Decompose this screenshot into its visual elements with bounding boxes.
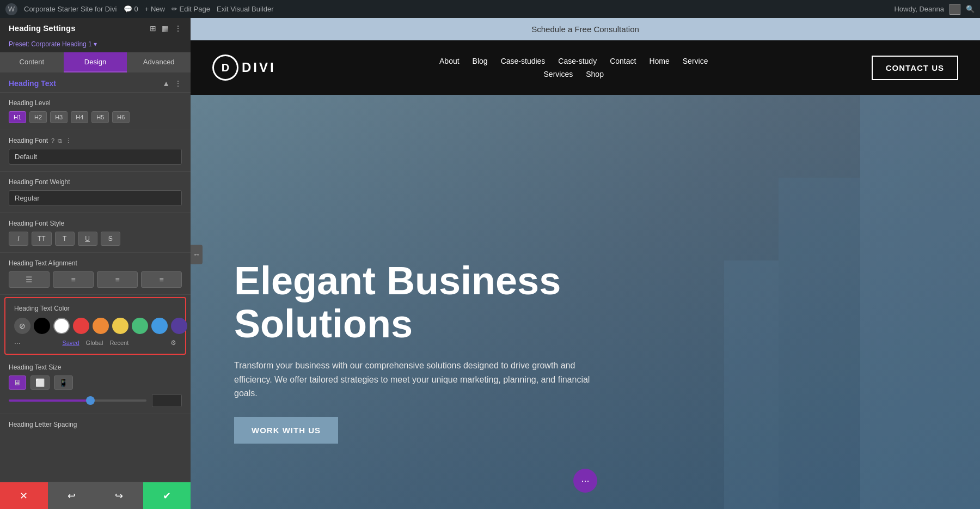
panel-toggle-handle[interactable]: ↔	[191, 245, 203, 264]
help-icon[interactable]: ?	[51, 137, 54, 144]
heading-level-h4[interactable]: H4	[71, 111, 88, 123]
color-tab-recent[interactable]: Recent	[107, 338, 131, 347]
section-header-icons: ▲ ⋮	[162, 79, 182, 88]
save-button[interactable]: ✔	[143, 482, 191, 509]
color-swatch-white[interactable]	[53, 318, 70, 334]
heading-font-weight-group: Heading Font Weight Regular	[0, 172, 191, 213]
capitalize-button[interactable]: T	[55, 232, 75, 246]
heading-font-style-label: Heading Font Style	[9, 220, 182, 227]
logo-text: DIVI	[242, 60, 276, 75]
heading-font-weight-select[interactable]: Regular	[9, 190, 182, 206]
tab-content[interactable]: Content	[0, 52, 64, 72]
eyedropper-tool[interactable]: ⊘	[14, 318, 30, 334]
heading-level-h2[interactable]: H2	[29, 111, 47, 123]
heading-level-h1[interactable]: H1	[9, 111, 26, 123]
nav-case-study[interactable]: Case-study	[558, 57, 597, 65]
underline-button[interactable]: U	[78, 232, 97, 246]
heading-font-style-group: Heading Font Style I TT T U S	[0, 213, 191, 253]
more-options-icon[interactable]: ⋮	[174, 24, 182, 33]
hero-title: Elegant Business Solutions	[234, 259, 871, 346]
color-swatch-black[interactable]	[34, 318, 50, 334]
align-left-button[interactable]: ☰	[9, 271, 50, 288]
heading-font-select[interactable]: Default	[9, 149, 182, 165]
color-tabs-row: ··· Saved Global Recent ⚙	[14, 338, 176, 347]
color-settings-icon[interactable]: ⚙	[170, 339, 176, 347]
redo-button[interactable]: ↪	[95, 482, 143, 509]
nav-blog[interactable]: Blog	[473, 57, 488, 65]
color-swatch-orange[interactable]	[93, 318, 109, 334]
expand-icon[interactable]: ⊞	[150, 24, 156, 33]
heading-letter-spacing-label: Heading Letter Spacing	[9, 421, 182, 428]
nav-shop[interactable]: Shop	[586, 70, 604, 78]
align-justify-button[interactable]: ≡	[141, 271, 182, 288]
desktop-icon[interactable]: 🖥	[9, 375, 26, 390]
collapse-icon[interactable]: ▲	[162, 79, 170, 88]
hero-subtitle: Transform your business with our compreh…	[234, 359, 615, 401]
mobile-icon[interactable]: 📱	[54, 375, 73, 390]
nav-case-studies[interactable]: Case-studies	[501, 57, 546, 65]
color-swatch-purple[interactable]	[171, 318, 187, 334]
size-slider[interactable]	[9, 399, 146, 402]
site-navigation: D DIVI About Blog Case-studies Case-stud…	[191, 40, 980, 95]
uppercase-button[interactable]: TT	[32, 232, 52, 246]
color-tab-saved[interactable]: Saved	[60, 338, 81, 347]
layout-icon[interactable]: ▦	[162, 24, 169, 33]
nav-services[interactable]: Services	[544, 70, 573, 78]
color-swatch-yellow[interactable]	[112, 318, 128, 334]
website-preview: Schedule a Free Consultation D DIVI Abou…	[191, 18, 980, 509]
more-colors-icon[interactable]: ···	[14, 338, 21, 347]
wordpress-icon[interactable]: W	[5, 3, 17, 15]
align-right-button[interactable]: ≡	[97, 271, 138, 288]
strikethrough-button[interactable]: S	[101, 232, 120, 246]
tab-design[interactable]: Design	[64, 52, 127, 72]
color-swatch-red[interactable]	[73, 318, 89, 334]
nav-contact[interactable]: Contact	[610, 57, 636, 65]
cancel-button[interactable]: ✕	[0, 482, 48, 509]
color-tab-global[interactable]: Global	[84, 338, 106, 347]
preset-selector[interactable]: Preset: Corporate Heading 1 ▾	[0, 38, 191, 52]
section-more-icon[interactable]: ⋮	[174, 79, 182, 88]
heading-level-label: Heading Level	[9, 99, 182, 107]
nav-service[interactable]: Service	[683, 57, 708, 65]
copy-icon[interactable]: ⧉	[58, 137, 62, 144]
nav-row-primary: About Blog Case-studies Case-study Conta…	[439, 57, 708, 65]
work-with-us-button[interactable]: WORK WITH US	[234, 417, 338, 444]
tablet-icon[interactable]: ⬜	[30, 375, 50, 390]
nav-about[interactable]: About	[439, 57, 460, 65]
heading-text-color-section: Heading Text Color ⊘ ··· Saved Global Re…	[4, 297, 186, 355]
heading-font-group: Heading Font ? ⧉ ⋮ Default	[0, 130, 191, 172]
tab-advanced[interactable]: Advanced	[127, 52, 191, 72]
italic-button[interactable]: I	[9, 232, 28, 246]
nav-row-secondary: Services Shop	[544, 70, 604, 78]
align-center-button[interactable]: ≡	[53, 271, 94, 288]
heading-text-color-label: Heading Text Color	[14, 305, 176, 312]
heading-alignment-label: Heading Text Alignment	[9, 259, 182, 267]
heading-level-h3[interactable]: H3	[50, 111, 68, 123]
size-input[interactable]: 72px	[152, 394, 182, 407]
heading-font-weight-label: Heading Font Weight	[9, 178, 182, 186]
hero-dots-button[interactable]: ···	[573, 469, 597, 493]
website-content: Schedule a Free Consultation D DIVI Abou…	[191, 18, 980, 509]
heading-alignment-group: Heading Text Alignment ☰ ≡ ≡ ≡	[0, 253, 191, 295]
color-swatch-green[interactable]	[132, 318, 148, 334]
contact-us-button[interactable]: CONTACT US	[872, 56, 958, 80]
comments-link[interactable]: 💬 0	[124, 5, 138, 13]
nav-home[interactable]: Home	[649, 57, 669, 65]
edit-page-button[interactable]: ✏ Edit Page	[171, 5, 210, 13]
panel-tabs: Content Design Advanced	[0, 52, 191, 72]
heading-level-h5[interactable]: H5	[91, 111, 109, 123]
font-more-icon[interactable]: ⋮	[65, 137, 71, 144]
panel-title: Heading Settings	[9, 23, 76, 33]
hero-content: Elegant Business Solutions Transform you…	[234, 259, 871, 444]
exit-visual-builder-button[interactable]: Exit Visual Builder	[217, 5, 274, 13]
admin-bar-right: Howdy, Deanna 🔍	[894, 4, 975, 15]
section-title: Heading Text	[9, 79, 56, 88]
nav-links: About Blog Case-studies Case-study Conta…	[439, 57, 708, 78]
new-button[interactable]: + New	[145, 5, 165, 13]
search-icon[interactable]: 🔍	[966, 5, 975, 13]
color-swatch-blue[interactable]	[151, 318, 168, 334]
avatar[interactable]	[950, 4, 960, 15]
site-name[interactable]: Schedule a Free Consultation Corporate S…	[24, 5, 117, 13]
heading-level-h6[interactable]: H6	[112, 111, 130, 123]
undo-button[interactable]: ↩	[48, 482, 96, 509]
